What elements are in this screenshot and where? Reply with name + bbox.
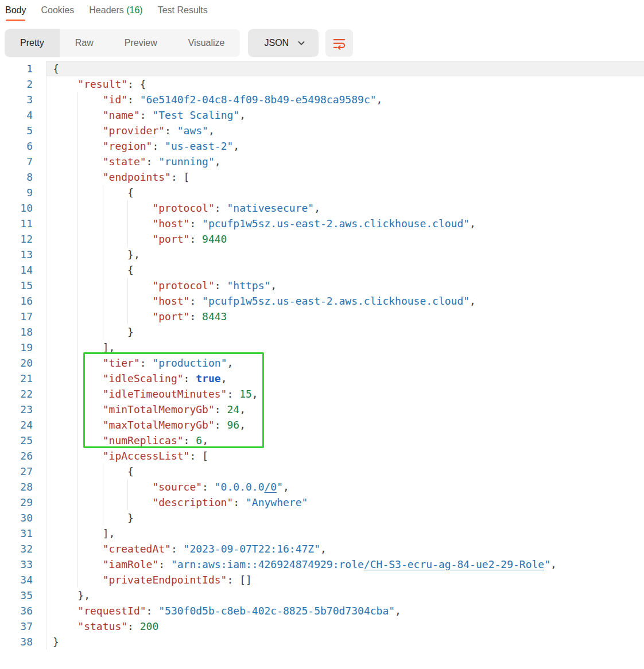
code-line-content: "createdAt": "2023-09-07T22:16:47Z", (46, 541, 644, 557)
tab-headers[interactable]: Headers (16) (89, 5, 142, 21)
code-line-content: "description": "Anywhere" (46, 495, 644, 510)
tab-body[interactable]: Body (5, 5, 26, 21)
indent-guide (103, 247, 103, 262)
indent-guide (77, 526, 78, 541)
code-line-content: { (46, 61, 644, 76)
code-line-content: "state": "running", (46, 154, 644, 169)
body-format-label: JSON (264, 38, 289, 48)
indent-guide (77, 200, 78, 216)
line-number: 21 (0, 371, 46, 386)
code-line: 33 "iamRole": "arn:aws:iam::426924874929… (0, 557, 644, 572)
code-line-content: "source": "0.0.0.0/0", (46, 479, 644, 495)
indent-guide (77, 107, 78, 123)
indent-guide (103, 479, 103, 495)
code-line-content: "region": "us-east-2", (46, 138, 644, 154)
code-line-content: "id": "6e5140f2-04c8-4f09-8b49-e5498ca95… (46, 92, 644, 107)
code-line: 3 "id": "6e5140f2-04c8-4f09-8b49-e5498ca… (0, 92, 644, 107)
view-visualize[interactable]: Visualize (173, 29, 240, 57)
indent-guide (103, 278, 103, 293)
code-line: 37 "status": 200 (0, 619, 644, 634)
code-line: 18 } (0, 324, 644, 340)
view-preview[interactable]: Preview (109, 29, 173, 57)
json-pretty-view: 1{2 "result": {3 "id": "6e5140f2-04c8-4f… (0, 61, 644, 649)
code-line: 38} (0, 634, 644, 649)
line-number: 6 (0, 138, 46, 154)
indent-guide (77, 448, 78, 464)
code-line-content: "host": "pcufp1w5sz.us-east-2.aws.clickh… (46, 293, 644, 309)
headers-count-badge: (16) (126, 5, 142, 15)
indent-guide (77, 557, 78, 572)
indent-guide (77, 278, 78, 293)
code-line: 14 { (0, 262, 644, 278)
code-line-content: "host": "pcufp1w5sz.us-east-2.aws.clickh… (46, 216, 644, 231)
line-number: 1 (0, 61, 46, 76)
indent-guide (77, 92, 78, 107)
indent-guide (77, 402, 78, 417)
indent-guide (77, 309, 78, 324)
code-line: 6 "region": "us-east-2", (0, 138, 644, 154)
code-line: 10 "protocol": "nativesecure", (0, 200, 644, 216)
line-number: 12 (0, 231, 46, 247)
indent-guide (77, 185, 78, 200)
indent-guide (127, 278, 128, 293)
code-line: 36 "requestId": "530f0d5b-c8eb-402c-8825… (0, 603, 644, 619)
tab-test-results[interactable]: Test Results (158, 5, 208, 21)
view-pretty[interactable]: Pretty (5, 29, 60, 57)
code-line: 34 "privateEndpointIds": [] (0, 572, 644, 588)
line-number: 26 (0, 448, 46, 464)
indent-guide (77, 541, 78, 557)
code-line-content: "idleTimeoutMinutes": 15, (46, 386, 644, 402)
code-line-content: "iamRole": "arn:aws:iam::426924874929:ro… (46, 557, 644, 572)
code-line: 28 "source": "0.0.0.0/0", (0, 479, 644, 495)
wrap-text-button[interactable] (325, 29, 353, 57)
view-raw[interactable]: Raw (60, 29, 109, 57)
indent-guide (127, 231, 128, 247)
indent-guide (77, 479, 78, 495)
code-line-content: "numReplicas": 6, (46, 433, 644, 448)
indent-guide (77, 293, 78, 309)
indent-guide (77, 262, 78, 278)
code-line-content: "port": 9440 (46, 231, 644, 247)
code-line-content: } (46, 510, 644, 526)
indent-guide (77, 464, 78, 479)
line-number: 24 (0, 417, 46, 433)
code-line: 26 "ipAccessList": [ (0, 448, 644, 464)
indent-guide (103, 464, 103, 479)
code-line-content: "port": 8443 (46, 309, 644, 324)
line-number: 5 (0, 123, 46, 138)
line-number: 37 (0, 619, 46, 634)
line-number: 27 (0, 464, 46, 479)
body-format-dropdown[interactable]: JSON (248, 29, 319, 57)
code-line-content: "requestId": "530f0d5b-c8eb-402c-8825-5b… (46, 603, 644, 619)
tab-cookies[interactable]: Cookies (41, 5, 74, 21)
code-line-content: "tier": "production", (46, 355, 644, 371)
code-line-content: "endpoints": [ (46, 169, 644, 185)
line-number: 28 (0, 479, 46, 495)
code-line: 9 { (0, 185, 644, 200)
line-number: 19 (0, 340, 46, 355)
code-line: 31 ], (0, 526, 644, 541)
code-line-content: ], (46, 340, 644, 355)
indent-guide (77, 340, 78, 355)
response-body-editor[interactable]: 1{2 "result": {3 "id": "6e5140f2-04c8-4f… (0, 61, 644, 649)
code-line: 7 "state": "running", (0, 154, 644, 169)
indent-guide (77, 433, 78, 448)
indent-guide (103, 231, 103, 247)
code-line-content: "idleScaling": true, (46, 371, 644, 386)
tab-headers-label: Headers (89, 5, 123, 15)
code-line: 16 "host": "pcufp1w5sz.us-east-2.aws.cli… (0, 293, 644, 309)
indent-guide (103, 309, 103, 324)
code-line-content: "name": "Test Scaling", (46, 107, 644, 123)
indent-guide (77, 123, 78, 138)
body-toolbar: Pretty Raw Preview Visualize JSON (5, 29, 644, 57)
code-line-content: }, (46, 588, 644, 603)
line-number: 38 (0, 634, 46, 649)
line-number: 33 (0, 557, 46, 572)
code-line-content: } (46, 634, 644, 649)
code-line: 15 "protocol": "https", (0, 278, 644, 293)
indent-guide (77, 324, 78, 340)
code-line: 13 }, (0, 247, 644, 262)
line-number: 9 (0, 185, 46, 200)
code-line-content: "result": { (46, 76, 644, 92)
code-line-content: } (46, 324, 644, 340)
